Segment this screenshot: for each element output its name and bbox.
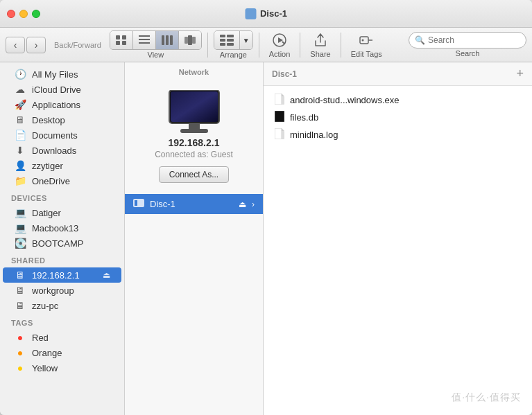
search-box[interactable]: 🔍 [409,32,526,48]
share-label: Share [310,50,330,58]
titlebar: Disc-1 [0,0,532,28]
connect-as-button[interactable]: Connect As... [159,166,229,183]
applications-icon: 🚀 [14,99,26,110]
sidebar-item-192-168-2-1[interactable]: 🖥 192.168.2.1 ⏏ [3,267,121,283]
arrange-button[interactable] [214,31,240,49]
arrange-group: ▼ Arrange [214,30,253,59]
datiger-icon: 💻 [14,207,26,218]
svg-marker-37 [282,128,284,131]
svg-rect-8 [166,35,169,45]
disc-pane-header: Disc-1 + [264,62,532,86]
network-ip: 192.168.2.1 [169,137,220,148]
edit-tags-icon [357,31,375,49]
file-name-log: minidlna.log [290,130,338,140]
svg-point-23 [362,39,364,42]
tags-section-label: Tags [0,313,124,330]
search-label: Search [456,49,480,58]
icloud-drive-icon: ☁ [14,84,26,95]
server-1-icon: 🖥 [14,270,26,281]
zzu-pc-icon: 🖥 [14,300,26,311]
svg-rect-9 [170,35,173,45]
svg-rect-30 [135,200,137,206]
disc-arrow-icon: › [252,200,255,209]
sidebar-item-workgroup[interactable]: 🖥 workgroup [3,283,121,298]
disc-eject-icon[interactable]: ⏏ [239,200,246,209]
sidebar-item-onedrive[interactable]: 📁 OneDrive [3,173,121,188]
sidebar-item-tag-yellow[interactable]: ● Yellow [3,360,121,376]
coverflow-view-button[interactable] [179,31,201,49]
sidebar-item-documents[interactable]: 📄 Documents [3,127,121,143]
svg-rect-38 [282,131,284,139]
edit-tags-label: Edit Tags [351,50,382,58]
file-name-exe: android-stud...windows.exe [290,95,400,105]
svg-rect-1 [122,35,126,39]
disc-files: android-stud...windows.exe files.db [264,86,532,415]
server-info: 192.168.2.1 Connected as: Guest Connect … [125,79,263,194]
sidebar-item-tag-red[interactable]: ● Red [3,330,121,345]
close-button[interactable] [7,10,15,18]
svg-rect-31 [275,94,282,105]
file-item-exe[interactable]: android-stud...windows.exe [264,91,532,109]
svg-rect-7 [162,35,164,45]
db-file-icon [275,111,284,124]
svg-rect-28 [180,129,208,133]
icon-view-button[interactable] [110,31,133,49]
network-pane: Network [125,62,264,415]
maximize-button[interactable] [32,10,40,18]
svg-rect-35 [275,112,284,121]
content-area: Network [125,62,532,415]
svg-rect-36 [275,128,282,139]
network-header: Network [125,62,263,79]
edit-tags-button-group[interactable]: Edit Tags [347,31,386,58]
view-group: View [110,30,202,59]
action-icon [271,31,289,49]
svg-rect-10 [185,37,188,44]
minimize-button[interactable] [19,10,28,18]
divider-2 [259,33,259,58]
sidebar-item-tag-orange[interactable]: ● Orange [3,345,121,360]
sidebar-item-datiger[interactable]: 💻 Datiger [3,205,121,220]
disc-item[interactable]: Disc-1 ⏏ › [125,194,263,214]
log-file-icon [275,128,284,141]
documents-icon: 📄 [14,130,26,141]
svg-rect-14 [227,35,234,37]
column-view-button[interactable] [156,31,179,49]
desktop-icon: 🖥 [14,114,26,125]
add-button[interactable]: + [516,67,524,81]
svg-marker-21 [282,42,284,44]
back-button[interactable]: ‹ [6,37,25,53]
view-mode-buttons [110,30,202,50]
action-button-group[interactable]: Action [265,31,295,58]
sidebar-item-zzu-pc[interactable]: 🖥 zzu-pc [3,298,121,313]
svg-rect-12 [192,37,196,44]
search-group: 🔍 Search [409,32,526,58]
bootcamp-icon: 💽 [14,238,26,249]
sidebar-item-desktop[interactable]: 🖥 Desktop [3,112,121,127]
file-name-db: files.db [290,112,318,123]
list-view-button[interactable] [133,31,156,49]
svg-rect-0 [116,35,120,39]
arrange-label: Arrange [220,51,247,59]
traffic-lights [7,10,40,18]
orange-tag-icon: ● [14,347,26,358]
network-connected-as: Connected as: Guest [155,150,233,159]
file-item-log[interactable]: minidlna.log [264,126,532,143]
sidebar-item-downloads[interactable]: ⬇ Downloads [3,143,121,158]
share-button-group[interactable]: Share [306,31,334,58]
arrange-dropdown-button[interactable]: ▼ [240,31,252,49]
sidebar-item-all-my-files[interactable]: 🕐 All My Files [3,67,121,82]
macbook13-icon: 💻 [14,222,26,233]
share-icon [311,31,329,49]
forward-button[interactable]: › [26,37,46,53]
sidebar-item-icloud-drive[interactable]: ☁ iCloud Drive [3,82,121,97]
disc-item-icon [133,197,144,211]
sidebar-item-bootcamp[interactable]: 💽 BOOTCAMP [3,236,121,251]
search-input[interactable] [428,35,520,45]
toolbar: ‹ › Back/Forward View [0,28,532,62]
eject-icon[interactable]: ⏏ [103,270,110,280]
red-tag-icon: ● [14,332,26,343]
file-item-db[interactable]: files.db [264,109,532,126]
sidebar-item-macbook13[interactable]: 💻 Macbook13 [3,220,121,236]
sidebar-item-zzytiger[interactable]: 👤 zzytiger [3,158,121,173]
sidebar-item-applications[interactable]: 🚀 Applications [3,97,121,112]
